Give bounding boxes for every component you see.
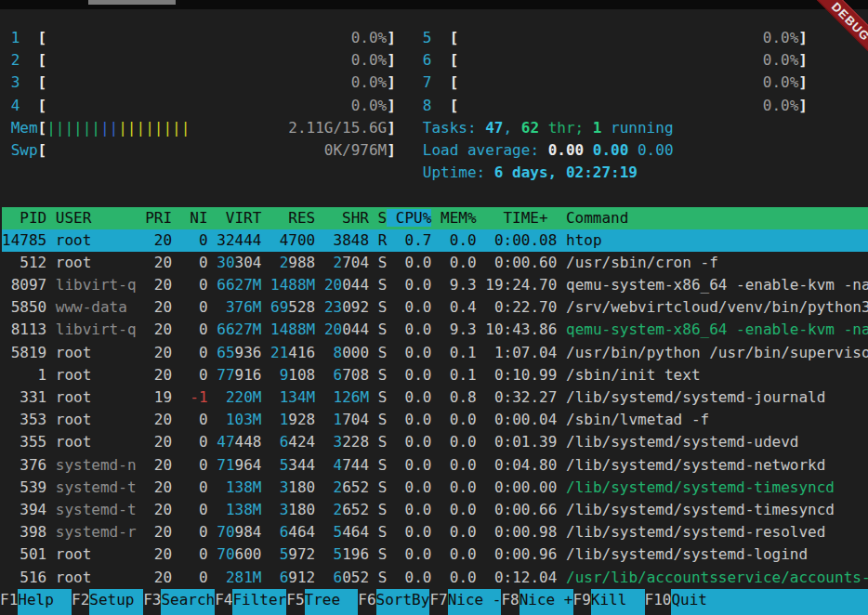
process-row[interactable]: 539 systemd-t 20 0 138M 3180 2652 S 0.0 … bbox=[2, 477, 868, 499]
top-tab bbox=[88, 0, 176, 5]
swap-meter-row: Swp[ 0K/976M] Load average: 0.00 0.00 0.… bbox=[2, 139, 868, 162]
column-header-command[interactable]: Command bbox=[557, 209, 628, 227]
process-row[interactable]: 398 systemd-r 20 0 70984 6464 5464 S 0.0… bbox=[2, 521, 868, 543]
fkey-label: Nice + bbox=[519, 589, 573, 615]
fkey-f8[interactable]: F8Nice + bbox=[501, 589, 572, 615]
memory-meter-row: Mem[|||||||||||||||| 2.11G/15.6G] Tasks:… bbox=[2, 117, 868, 139]
process-row[interactable]: 331 root 19 -1 220M 134M 126M S 0.0 0.8 … bbox=[2, 386, 868, 409]
cpu-meter-row: 1 [ 0.0%] 5 [ 0.0%] bbox=[2, 27, 868, 49]
table-header-row: PID USER PRI NI VIRT RES SHR S CPU% MEM%… bbox=[2, 207, 868, 229]
column-header-mem[interactable]: MEM% bbox=[431, 209, 476, 227]
column-header-time[interactable]: TIME+ bbox=[477, 209, 558, 227]
fkey-label: Quit bbox=[671, 589, 725, 615]
fkey-f3[interactable]: F3Search bbox=[143, 589, 215, 615]
fkey-key: F2 bbox=[72, 589, 89, 615]
cpu-meter-row: 2 [ 0.0%] 6 [ 0.0%] bbox=[2, 49, 868, 72]
fkey-f10[interactable]: F10Quit bbox=[645, 589, 726, 615]
column-header-pri[interactable]: PRI bbox=[137, 209, 173, 227]
fkey-key: F10 bbox=[645, 589, 672, 615]
fkey-label: Nice - bbox=[448, 589, 502, 615]
process-row[interactable]: 5850 www-data 20 0 376M 69528 23092 S 0.… bbox=[2, 296, 868, 319]
fkey-f5[interactable]: F5Tree bbox=[286, 589, 358, 615]
fkey-key: F3 bbox=[143, 589, 161, 615]
process-row[interactable]: 5819 root 20 0 65936 21416 8000 S 0.0 0.… bbox=[2, 342, 868, 364]
fkey-f7[interactable]: F7Nice - bbox=[429, 589, 501, 615]
column-header-shr[interactable]: SHR bbox=[315, 209, 369, 227]
blank-row bbox=[2, 184, 868, 206]
column-header-ni[interactable]: NI bbox=[172, 209, 208, 227]
process-row[interactable]: 1 root 20 0 77916 9108 6708 S 0.0 0.1 0:… bbox=[2, 364, 868, 386]
fkey-f9[interactable]: F9Kill bbox=[573, 589, 645, 615]
terminal-lines: 1 [ 0.0%] 5 [ 0.0%] 2 [ 0.0%] 6 [ 0.0%] … bbox=[0, 9, 868, 589]
cpu-meter-row: 4 [ 0.0%] 8 [ 0.0%] bbox=[2, 95, 868, 117]
process-row[interactable]: 501 root 20 0 70600 5972 5196 S 0.0 0.0 … bbox=[2, 543, 868, 566]
fkey-label: Search bbox=[161, 589, 215, 615]
fkey-key: F6 bbox=[358, 589, 375, 615]
fkey-f6[interactable]: F6SortBy bbox=[358, 589, 429, 615]
fkey-key: F9 bbox=[573, 589, 591, 615]
fkey-f2[interactable]: F2Setup bbox=[72, 589, 143, 615]
htop-terminal: 1 [ 0.0%] 5 [ 0.0%] 2 [ 0.0%] 6 [ 0.0%] … bbox=[0, 9, 868, 615]
process-row[interactable]: 376 systemd-n 20 0 71964 5344 4744 S 0.0… bbox=[2, 454, 868, 477]
uptime-row: Uptime: 6 days, 02:27:19 bbox=[2, 162, 868, 184]
process-row[interactable]: 353 root 20 0 103M 1928 1704 S 0.0 0.0 0… bbox=[2, 409, 868, 431]
fkey-f4[interactable]: F4Filter bbox=[215, 589, 286, 615]
column-header-virt[interactable]: VIRT bbox=[208, 209, 262, 227]
fkey-label: Tree bbox=[305, 589, 359, 615]
fkey-key: F4 bbox=[215, 589, 232, 615]
fkey-label: Kill bbox=[591, 589, 645, 615]
cpu-meter-row: 3 [ 0.0%] 7 [ 0.0%] bbox=[2, 72, 868, 94]
column-header-cpu[interactable]: CPU% bbox=[387, 209, 431, 227]
process-row[interactable]: 14785 root 20 0 32444 4700 3848 R 0.7 0.… bbox=[2, 229, 868, 252]
process-row[interactable]: 8113 libvirt-q 20 0 6627M 1488M 20044 S … bbox=[2, 319, 868, 341]
fkey-key: F5 bbox=[286, 589, 304, 615]
column-header-pid[interactable]: PID bbox=[2, 209, 46, 227]
process-row[interactable]: 512 root 20 0 30304 2988 2704 S 0.0 0.0 … bbox=[2, 252, 868, 274]
process-row[interactable]: 394 systemd-t 20 0 138M 3180 2652 S 0.0 … bbox=[2, 499, 868, 521]
fkey-f1[interactable]: F1Help bbox=[0, 589, 72, 615]
process-row[interactable]: 8097 libvirt-q 20 0 6627M 1488M 20044 S … bbox=[2, 274, 868, 296]
fkey-label: Filter bbox=[232, 589, 286, 615]
process-row[interactable]: 355 root 20 0 47448 6424 3228 S 0.0 0.0 … bbox=[2, 431, 868, 453]
fkey-key: F7 bbox=[429, 589, 447, 615]
column-header-s[interactable]: S bbox=[369, 209, 387, 227]
column-header-res[interactable]: RES bbox=[261, 209, 315, 227]
fkey-label: Help bbox=[18, 589, 72, 615]
fkey-key: F1 bbox=[0, 589, 18, 615]
function-key-bar: F1Help F2Setup F3SearchF4FilterF5Tree F6… bbox=[0, 589, 868, 615]
fkey-label: Setup bbox=[89, 589, 143, 615]
screen: DEBUG 1 [ 0.0%] 5 [ 0.0%] 2 [ 0.0%] 6 [ … bbox=[0, 0, 868, 615]
fkey-label: SortBy bbox=[376, 589, 430, 615]
fkey-key: F8 bbox=[501, 589, 519, 615]
fkey-bar-filler bbox=[725, 589, 868, 615]
process-row[interactable]: 516 root 20 0 281M 6912 6052 S 0.0 0.0 0… bbox=[2, 567, 868, 589]
column-header-user[interactable]: USER bbox=[46, 209, 136, 227]
